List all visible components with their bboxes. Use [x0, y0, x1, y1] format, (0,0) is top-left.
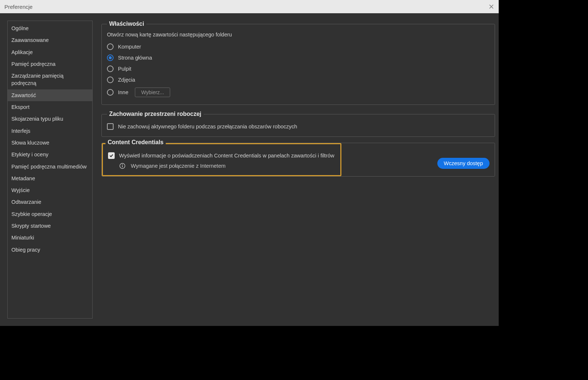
radio-row[interactable]: InneWybierz... [107, 85, 490, 99]
sidebar-item[interactable]: Ogólne [8, 22, 92, 34]
radio-label: Zdjęcia [118, 77, 135, 83]
properties-legend: Właściwości [107, 21, 146, 27]
radio-label: Pulpit [118, 66, 131, 72]
radio-button[interactable] [107, 54, 114, 61]
svg-rect-2 [122, 166, 123, 167]
cc-checkbox[interactable] [108, 152, 115, 159]
dialog-body: OgólneZaawansowaneAplikacjePamięć podręc… [0, 13, 499, 326]
sidebar-item[interactable]: Eksport [8, 101, 92, 113]
sidebar-item[interactable]: Aplikacje [8, 46, 92, 58]
sidebar-item[interactable]: Zaawansowane [8, 34, 92, 46]
sidebar-item[interactable]: Zarządzanie pamięcią podręczną [8, 70, 92, 89]
radio-row[interactable]: Zdjęcia [107, 74, 490, 85]
content-credentials-group: Content Credentials Wyświetl informacje … [103, 144, 340, 175]
sidebar-item[interactable]: Skojarzenia typu pliku [8, 113, 92, 125]
cc-checkbox-row[interactable]: Wyświetl informacje o poświadczeniach Co… [108, 151, 335, 160]
cc-checkbox-label: Wyświetl informacje o poświadczeniach Co… [119, 153, 334, 159]
sidebar: OgólneZaawansowaneAplikacjePamięć podręc… [7, 21, 93, 319]
early-access-button[interactable]: Wczesny dostęp [437, 158, 490, 169]
cc-info-text: Wymagane jest połączenie z Internetem [131, 163, 226, 169]
folder-radio-group: KomputerStrona głównaPulpitZdjęciaInneWy… [107, 41, 490, 99]
sidebar-item[interactable]: Odtwarzanie [8, 196, 92, 208]
radio-button[interactable] [107, 65, 114, 72]
radio-label: Inne [118, 89, 128, 95]
sidebar-item[interactable]: Słowa kluczowe [8, 137, 92, 149]
radio-button[interactable] [107, 89, 114, 96]
content-credentials-legend: Content Credentials [105, 139, 166, 146]
info-icon [119, 163, 126, 169]
sidebar-item[interactable]: Pamięć podręczna [8, 58, 92, 70]
sidebar-item[interactable]: Zawartość [8, 89, 92, 101]
choose-folder-button[interactable]: Wybierz... [135, 88, 170, 97]
sidebar-item[interactable]: Metadane [8, 173, 92, 184]
workspace-group: Zachowanie przestrzeni roboczej Nie zach… [101, 111, 495, 137]
radio-button[interactable] [107, 77, 114, 83]
radio-row[interactable]: Strona główna [107, 52, 490, 63]
sidebar-item[interactable]: Etykiety i oceny [8, 149, 92, 160]
properties-subtitle: Otwórz nową kartę zawartości następujące… [107, 32, 490, 38]
sidebar-item[interactable]: Skrypty startowe [8, 220, 92, 232]
sidebar-item[interactable]: Miniaturki [8, 232, 92, 244]
properties-group: Właściwości Otwórz nową kartę zawartości… [101, 21, 495, 105]
radio-row[interactable]: Pulpit [107, 63, 490, 74]
window-title: Preferencje [4, 4, 33, 10]
radio-label: Komputer [118, 44, 141, 50]
svg-point-1 [122, 164, 123, 165]
radio-label: Strona główna [118, 55, 152, 61]
radio-row[interactable]: Komputer [107, 41, 490, 52]
titlebar: Preferencje [0, 0, 499, 13]
sidebar-item[interactable]: Szybkie operacje [8, 208, 92, 220]
content-credentials-right: Wczesny dostęp [341, 143, 495, 176]
sidebar-item[interactable]: Pamięć podręczna multimediów [8, 161, 92, 173]
content-credentials-highlight: Content Credentials Wyświetl informacje … [102, 143, 341, 176]
workspace-checkbox[interactable] [107, 123, 114, 130]
workspace-checkbox-label: Nie zachowuj aktywnego folderu podczas p… [118, 124, 297, 129]
close-icon[interactable] [488, 4, 494, 10]
content-credentials-outer: Content Credentials Wyświetl informacje … [101, 143, 495, 177]
radio-button[interactable] [107, 43, 114, 50]
preferences-window: Preferencje OgólneZaawansowaneAplikacjeP… [0, 0, 499, 326]
sidebar-item[interactable]: Obieg pracy [8, 244, 92, 256]
content-area: Właściwości Otwórz nową kartę zawartości… [101, 21, 495, 319]
cc-info-row: Wymagane jest połączenie z Internetem [108, 160, 335, 170]
sidebar-item[interactable]: Interfejs [8, 125, 92, 137]
sidebar-item[interactable]: Wyjście [8, 184, 92, 196]
workspace-legend: Zachowanie przestrzeni roboczej [107, 111, 204, 117]
workspace-checkbox-row[interactable]: Nie zachowuj aktywnego folderu podczas p… [107, 122, 490, 131]
